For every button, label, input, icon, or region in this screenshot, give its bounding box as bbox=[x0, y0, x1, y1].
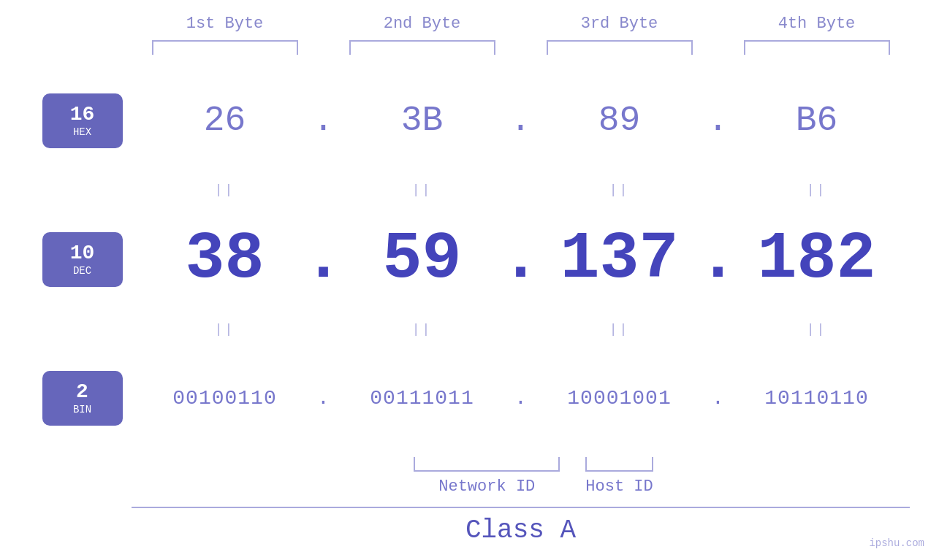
bin-dot-2: . bbox=[503, 387, 539, 410]
hex-value-2: 3B bbox=[342, 101, 503, 140]
bin-dot-3: . bbox=[700, 387, 737, 410]
bin-value-2: 00111011 bbox=[342, 387, 503, 410]
dec-row: 10 DEC 38 . 59 . 137 . 182 bbox=[42, 201, 897, 318]
bin-badge-label: BIN bbox=[73, 404, 91, 415]
dec-values: 38 . 59 . 137 . 182 bbox=[145, 222, 897, 296]
eq2-cell-1: || bbox=[126, 322, 324, 337]
eq2-cell-4: || bbox=[718, 322, 916, 337]
network-bracket-wrap bbox=[388, 457, 585, 472]
hex-dot-2: . bbox=[503, 101, 539, 140]
eq-cell-2: || bbox=[324, 183, 521, 197]
dec-value-4: 182 bbox=[737, 222, 897, 296]
class-section: Class A bbox=[132, 507, 910, 545]
top-bracket-2 bbox=[324, 40, 521, 55]
dec-value-1: 38 bbox=[145, 222, 305, 296]
bin-dot-1: . bbox=[305, 387, 342, 410]
host-bracket-wrap bbox=[585, 457, 653, 472]
class-label: Class A bbox=[132, 515, 910, 545]
bin-values: 00100110 . 00111011 . 10001001 . 1011011… bbox=[145, 387, 897, 410]
byte-header-3: 3rd Byte bbox=[521, 15, 718, 33]
hex-value-3: 89 bbox=[539, 101, 700, 140]
bin-value-3: 10001001 bbox=[539, 387, 700, 410]
byte-header-4: 4th Byte bbox=[718, 15, 916, 33]
eq2-cell-3: || bbox=[521, 322, 718, 337]
eq-cell-4: || bbox=[718, 183, 916, 197]
bin-row: 2 BIN 00100110 . 00111011 . 10001001 . 1… bbox=[42, 340, 897, 457]
equals-row-2: || || || || bbox=[126, 318, 916, 340]
bin-badge: 2 BIN bbox=[42, 371, 123, 426]
network-id-label: Network ID bbox=[388, 477, 585, 496]
eq-cell-1: || bbox=[126, 183, 324, 197]
hex-row: 16 HEX 26 . 3B . 89 . B6 bbox=[42, 62, 897, 179]
bin-value-4: 10110110 bbox=[737, 387, 897, 410]
bottom-brackets-row bbox=[388, 457, 653, 472]
eq-cell-3: || bbox=[521, 183, 718, 197]
dec-value-2: 59 bbox=[342, 222, 503, 296]
byte-header-2: 2nd Byte bbox=[324, 15, 521, 33]
eq2-cell-2: || bbox=[324, 322, 521, 337]
dec-badge: 10 DEC bbox=[42, 232, 123, 287]
network-bracket bbox=[414, 457, 560, 472]
hex-value-4: B6 bbox=[737, 101, 897, 140]
hex-dot-3: . bbox=[700, 101, 737, 140]
main-container: 1st Byte 2nd Byte 3rd Byte 4th Byte 16 H… bbox=[0, 0, 939, 560]
watermark: ipshu.com bbox=[869, 537, 924, 549]
host-bracket bbox=[585, 457, 653, 472]
hex-values: 26 . 3B . 89 . B6 bbox=[145, 101, 897, 140]
dec-badge-number: 10 bbox=[70, 242, 95, 265]
bin-badge-number: 2 bbox=[76, 381, 88, 404]
hex-dot-1: . bbox=[305, 101, 342, 140]
hex-badge-label: HEX bbox=[73, 126, 91, 138]
hex-badge: 16 HEX bbox=[42, 93, 123, 148]
dec-dot-2: . bbox=[503, 222, 539, 296]
top-bracket-3 bbox=[521, 40, 718, 55]
labels-row: Network ID Host ID bbox=[388, 477, 653, 496]
top-bracket-4 bbox=[718, 40, 916, 55]
equals-row-1: || || || || bbox=[126, 179, 916, 201]
hex-badge-number: 16 bbox=[70, 104, 95, 126]
bin-value-1: 00100110 bbox=[145, 387, 305, 410]
class-bracket-line bbox=[132, 507, 910, 508]
top-brackets bbox=[126, 40, 916, 55]
dec-value-3: 137 bbox=[539, 222, 700, 296]
top-bracket-1 bbox=[126, 40, 324, 55]
bottom-section: Network ID Host ID bbox=[388, 457, 653, 496]
host-id-label: Host ID bbox=[585, 477, 653, 496]
hex-value-1: 26 bbox=[145, 101, 305, 140]
dec-dot-1: . bbox=[305, 222, 342, 296]
dec-dot-3: . bbox=[700, 222, 737, 296]
dec-badge-label: DEC bbox=[73, 265, 91, 277]
byte-headers: 1st Byte 2nd Byte 3rd Byte 4th Byte bbox=[126, 15, 916, 33]
byte-header-1: 1st Byte bbox=[126, 15, 324, 33]
